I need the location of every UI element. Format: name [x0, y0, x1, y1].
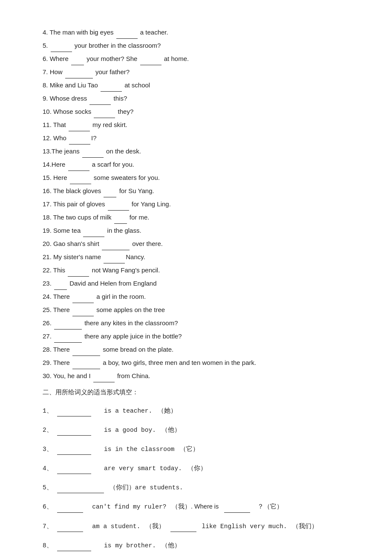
- blank-17[interactable]: [108, 197, 129, 211]
- s2-q5: 5、 （你们）are students.: [43, 482, 358, 493]
- q17: 17. This pair of gloves for Yang Ling.: [43, 197, 358, 211]
- blank-8[interactable]: [101, 78, 122, 92]
- s2-q2: 2、 is a good boy. （他）: [43, 424, 358, 436]
- blank-6a[interactable]: [71, 52, 84, 65]
- blank-29[interactable]: [72, 356, 100, 369]
- q28: 28. There some bread on the plate.: [43, 343, 358, 356]
- q27: 27. there any apple juice in the bottle?: [43, 330, 358, 343]
- blank-16[interactable]: [104, 184, 116, 197]
- blank-19[interactable]: [83, 224, 104, 237]
- blank-s2-2[interactable]: [57, 424, 91, 436]
- q18: 18. The two cups of milk for me.: [43, 211, 358, 224]
- blank-18[interactable]: [114, 211, 127, 224]
- blank-s2-6b[interactable]: [224, 501, 250, 512]
- blank-14[interactable]: [68, 158, 89, 171]
- section-two-title: 二、用所给词义的适当形式填空：: [43, 388, 358, 396]
- blank-s2-1[interactable]: [57, 405, 91, 416]
- q20: 20. Gao shan's shirt over there.: [43, 237, 358, 250]
- blank-s2-3[interactable]: [57, 443, 91, 455]
- q10: 10. Whose socks they?: [43, 105, 358, 118]
- blank-4[interactable]: [116, 26, 138, 39]
- s2-q3: 3、 is in the classroom （它）: [43, 443, 358, 455]
- q24: 24. There a girl in the room.: [43, 290, 358, 303]
- blank-s2-4[interactable]: [57, 462, 91, 474]
- blank-6b[interactable]: [140, 52, 161, 65]
- s2-q7: 7、 am a student. （我） like English very m…: [43, 520, 358, 532]
- section-two: 1、 is a teacher. （她） 2、 is a good boy. （…: [43, 405, 358, 555]
- blank-s2-7b[interactable]: [170, 520, 196, 532]
- blank-15[interactable]: [70, 171, 91, 184]
- blank-12[interactable]: [69, 131, 90, 145]
- q9: 9. Whose dress this?: [43, 92, 358, 105]
- q26: 26. there any kites in the classroom?: [43, 316, 358, 330]
- q7: 7. How your father?: [43, 65, 358, 78]
- blank-9[interactable]: [89, 92, 111, 105]
- blank-s2-6a[interactable]: [57, 501, 83, 512]
- blank-28[interactable]: [72, 343, 100, 356]
- q8: 8. Mike and Liu Tao at school: [43, 78, 358, 92]
- q6: 6. Where your mother? She at home.: [43, 52, 358, 65]
- blank-s2-8[interactable]: [57, 540, 91, 551]
- q23: 23. David and Helen from England: [43, 277, 358, 290]
- q12: 12. Who I?: [43, 131, 358, 145]
- blank-5[interactable]: [51, 39, 72, 52]
- blank-23[interactable]: [54, 277, 67, 290]
- q14: 14.Here a scarf for you.: [43, 158, 358, 171]
- blank-26[interactable]: [54, 316, 82, 330]
- blank-11[interactable]: [69, 118, 90, 131]
- section-one: 4. The man with big eyes a teacher. 5. y…: [43, 26, 358, 382]
- q19: 19. Some tea in the glass.: [43, 224, 358, 237]
- q11: 11. That my red skirt.: [43, 118, 358, 131]
- blank-21[interactable]: [104, 250, 125, 263]
- blank-10[interactable]: [94, 105, 115, 118]
- q13: 13.The jeans on the desk.: [43, 145, 358, 158]
- s2-q6: 6、 can't find my ruler? （我）. Where is ？（…: [43, 501, 358, 512]
- blank-7[interactable]: [65, 65, 93, 78]
- blank-22[interactable]: [68, 263, 89, 277]
- q5: 5. your brother in the classroom?: [43, 39, 358, 52]
- s2-q8: 8、 is my brother. （他）: [43, 540, 358, 551]
- blank-24[interactable]: [72, 290, 94, 303]
- blank-20[interactable]: [102, 237, 130, 250]
- q29: 29. There a boy, two girls, three men an…: [43, 356, 358, 369]
- q25: 25. There some apples on the tree: [43, 303, 358, 316]
- blank-s2-5[interactable]: [57, 482, 104, 493]
- blank-27[interactable]: [54, 330, 82, 343]
- s2-q4: 4、 are very smart today. （你）: [43, 462, 358, 474]
- q4: 4. The man with big eyes a teacher.: [43, 26, 358, 39]
- blank-25[interactable]: [72, 303, 94, 316]
- s2-q1: 1、 is a teacher. （她）: [43, 405, 358, 416]
- q30: 30. You, he and I from China.: [43, 369, 358, 382]
- q15: 15. Here some sweaters for you.: [43, 171, 358, 184]
- blank-s2-7a[interactable]: [57, 520, 83, 532]
- blank-30[interactable]: [93, 369, 115, 382]
- blank-13[interactable]: [82, 145, 104, 158]
- q16: 16. The black gloves for Su Yang.: [43, 184, 358, 197]
- q22: 22. This not Wang Fang's pencil.: [43, 263, 358, 277]
- q21: 21. My sister's name Nancy.: [43, 250, 358, 263]
